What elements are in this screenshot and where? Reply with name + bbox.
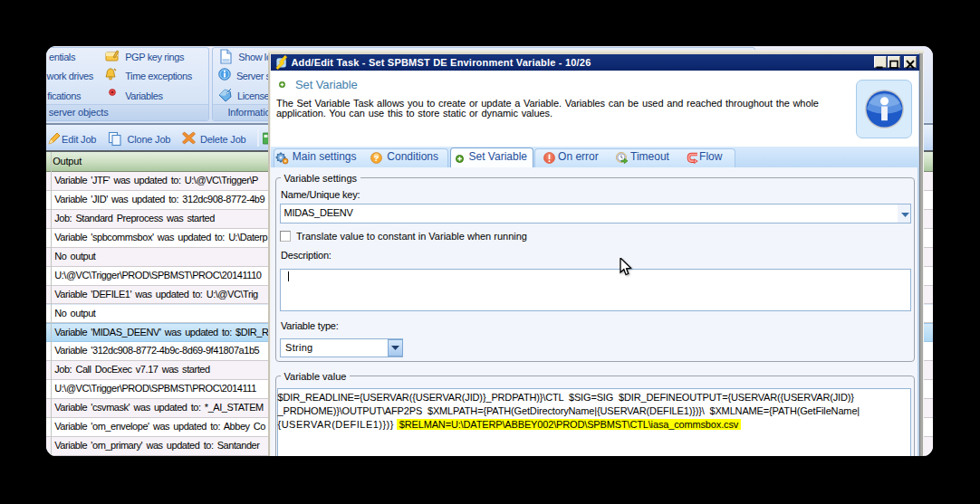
svg-text:?: ? (374, 153, 380, 163)
